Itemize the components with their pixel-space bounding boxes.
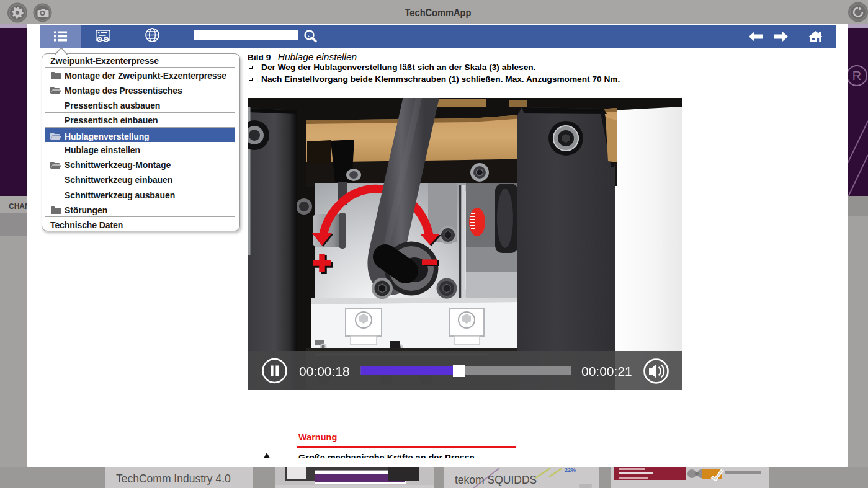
svg-text:22%: 22% bbox=[565, 467, 576, 473]
svg-text:00:00:21: 00:00:21 bbox=[581, 364, 632, 378]
svg-text:R: R bbox=[852, 69, 861, 82]
svg-text:00:00:18: 00:00:18 bbox=[299, 364, 350, 378]
